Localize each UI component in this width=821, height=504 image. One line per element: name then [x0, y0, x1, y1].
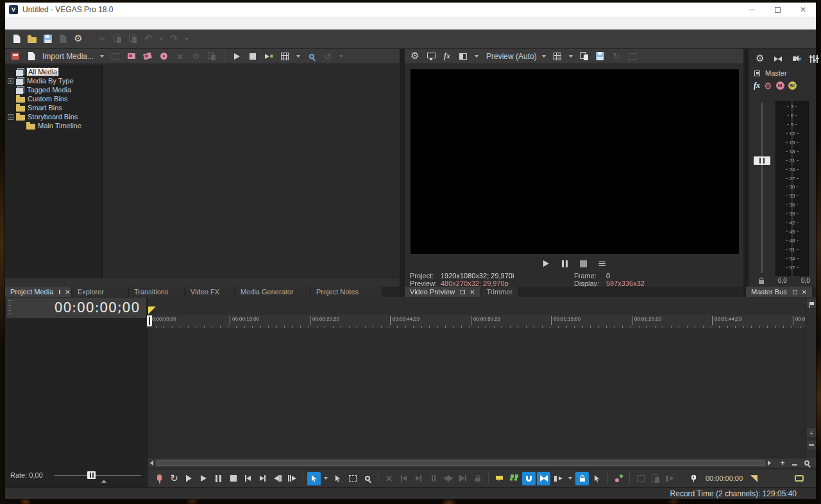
open-in-audio-editor-button[interactable]: [612, 472, 625, 485]
float-window-icon[interactable]: [59, 290, 60, 294]
redo-button[interactable]: ↷: [167, 33, 180, 46]
dock-tab[interactable]: Project Notes: [311, 287, 382, 297]
mute-button[interactable]: M: [776, 81, 784, 90]
views-dropdown-arrow[interactable]: [296, 55, 300, 58]
edit-tool-dropdown-arrow[interactable]: [324, 477, 328, 480]
mixer-controls-button[interactable]: [808, 53, 820, 65]
rate-slider-handle[interactable]: [87, 471, 96, 479]
replace-media-button[interactable]: [205, 50, 218, 63]
views-button[interactable]: [278, 50, 291, 63]
tree-expander[interactable]: -: [8, 114, 13, 120]
slip-right-button[interactable]: [456, 472, 470, 485]
master-fader-handle[interactable]: [754, 156, 770, 165]
menu-item[interactable]: [77, 22, 89, 24]
auto-ripple-dropdown-arrow[interactable]: [568, 477, 572, 480]
preview-extra-button-2[interactable]: [626, 50, 639, 63]
dock-tab[interactable]: Project Media: [5, 287, 71, 297]
zoom-tool-button[interactable]: [803, 460, 811, 466]
video-preview-screen[interactable]: [410, 69, 739, 254]
preferences-button[interactable]: ⚙: [72, 33, 85, 46]
dock-tab[interactable]: Video FX: [185, 287, 234, 297]
split-screen-view-button[interactable]: [457, 50, 470, 63]
media-properties-button[interactable]: ⚙: [189, 50, 202, 63]
stop-button[interactable]: [226, 472, 240, 485]
trim-start-button[interactable]: [397, 472, 410, 485]
record-button[interactable]: [153, 472, 166, 485]
scroll-right-button[interactable]: [765, 459, 774, 467]
timecode-display[interactable]: 00:00:00;00: [6, 298, 146, 318]
new-project-button[interactable]: [10, 33, 23, 46]
go-to-start-button[interactable]: [241, 472, 255, 485]
close-tab-icon[interactable]: [802, 289, 807, 296]
overlays-button[interactable]: [551, 50, 564, 63]
selectively-paste-button[interactable]: [648, 472, 662, 485]
menu-item[interactable]: [65, 22, 77, 24]
insert-marker-button[interactable]: [493, 472, 506, 485]
media-stop-button[interactable]: [246, 50, 259, 63]
tree-item[interactable]: - Storyboard Bins: [5, 112, 101, 121]
rate-slider-track[interactable]: [54, 475, 141, 476]
maximize-button[interactable]: [765, 3, 790, 17]
close-tab-icon[interactable]: [65, 289, 70, 296]
dock-tab[interactable]: Trimmer: [482, 287, 518, 297]
import-media-grid-button[interactable]: [9, 50, 22, 63]
close-button[interactable]: ✕: [790, 3, 816, 17]
zoom-out-tracks-button[interactable]: [807, 441, 816, 449]
loop-region-button[interactable]: [792, 472, 806, 485]
auto-ripple-button[interactable]: [552, 472, 565, 485]
previous-frame-button[interactable]: [271, 472, 284, 485]
save-snapshot-button[interactable]: [594, 50, 607, 63]
cursor-position-timecode[interactable]: 00:00:00;00: [706, 475, 743, 482]
media-undo-dropdown-arrow[interactable]: [339, 55, 343, 58]
save-project-button[interactable]: [41, 33, 54, 46]
zoom-out-time-button[interactable]: [791, 460, 799, 466]
preview-quality-dropdown-arrow[interactable]: [542, 55, 546, 58]
remove-media-button[interactable]: ×: [173, 50, 186, 63]
dock-tab[interactable]: Explorer: [72, 287, 128, 297]
preview-extra-button-1[interactable]: ↻: [610, 50, 623, 63]
selection-edit-tool-button[interactable]: [346, 472, 359, 485]
pre-post-roll-button[interactable]: [634, 472, 647, 485]
video-output-fx-button[interactable]: fx: [441, 50, 453, 63]
mixer-properties-button[interactable]: ⚙: [754, 53, 766, 65]
loop-playback-button[interactable]: ↻: [167, 472, 181, 485]
preview-pause-button[interactable]: [559, 257, 571, 270]
master-select-button[interactable]: [754, 71, 760, 76]
dock-tab[interactable]: Master Bus: [746, 287, 812, 297]
media-list-area[interactable]: [103, 65, 400, 278]
play-button[interactable]: [197, 472, 210, 485]
slip-left-button[interactable]: [441, 472, 455, 485]
delete-button[interactable]: ×: [382, 472, 396, 485]
timeline-horizontal-scrollbar[interactable]: +: [148, 458, 816, 467]
media-list-scrollbar[interactable]: [5, 278, 400, 287]
mute-output-button[interactable]: [790, 53, 802, 65]
normal-edit-tool-button[interactable]: [307, 472, 321, 485]
trim-end-button[interactable]: [412, 472, 425, 485]
zoom-in-tracks-button[interactable]: +: [807, 428, 816, 437]
menu-item[interactable]: [54, 22, 65, 24]
extract-audio-button[interactable]: [157, 50, 170, 63]
float-window-icon[interactable]: [461, 290, 465, 294]
preview-menu-button[interactable]: ≡: [596, 257, 609, 270]
envelope-edit-tool-button[interactable]: [331, 472, 344, 485]
float-window-icon[interactable]: [793, 290, 797, 294]
lock-event-button[interactable]: [471, 472, 484, 485]
media-undo-button[interactable]: ↺: [321, 50, 334, 63]
search-media-button[interactable]: [305, 50, 318, 63]
scrollbar-thumb[interactable]: [157, 460, 765, 466]
lock-envelopes-button[interactable]: [575, 472, 589, 485]
tree-item[interactable]: Custom Bins: [5, 94, 101, 103]
dock-tab[interactable]: Media Generator: [235, 287, 310, 297]
next-frame-button[interactable]: [285, 472, 299, 485]
auto-crossfade-button[interactable]: [537, 472, 550, 485]
overlays-dropdown-arrow[interactable]: [569, 55, 573, 58]
tree-item[interactable]: Main Timeline: [5, 121, 101, 130]
time-ruler[interactable]: 0:00:00;0000:00:15;0000:00:29;2900:00:44…: [148, 297, 806, 328]
downmix-output-button[interactable]: [772, 53, 784, 65]
ignore-event-grouping-button[interactable]: [590, 472, 604, 485]
marker-tool-button[interactable]: [807, 299, 816, 308]
project-properties-button[interactable]: [56, 33, 69, 46]
dock-tab[interactable]: Video Preview: [405, 287, 480, 297]
import-media-dropdown-arrow[interactable]: [100, 55, 104, 58]
tree-item[interactable]: + Media By Type: [5, 76, 101, 85]
